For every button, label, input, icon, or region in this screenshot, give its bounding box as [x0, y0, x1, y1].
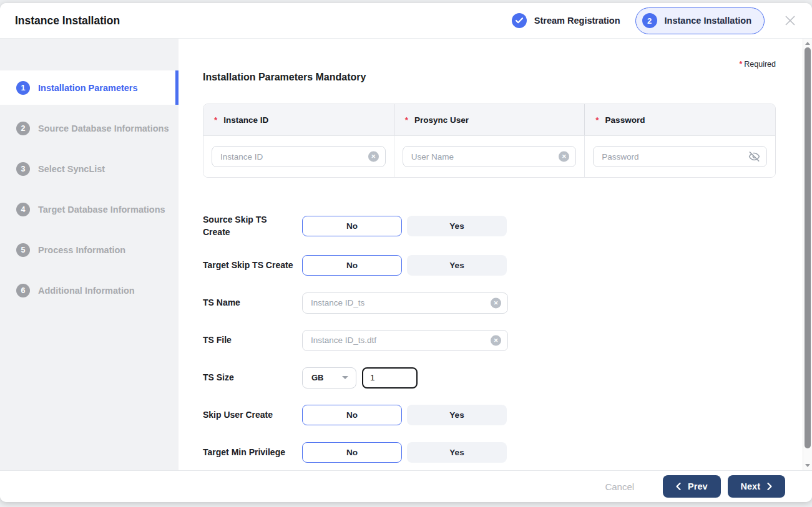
- prosync-user-cell: ✕: [394, 136, 585, 177]
- field-label: Source Skip TS Create: [203, 213, 302, 239]
- row-source-skip-ts-create: Source Skip TS Create No Yes: [203, 213, 776, 239]
- installation-parameters-form: Source Skip TS Create No Yes Target Skip…: [203, 213, 776, 463]
- ts-size-unit-select[interactable]: GB: [302, 367, 356, 389]
- check-icon: [512, 13, 527, 28]
- sidebar-item-target-database-informations[interactable]: 4 Target Database Informations: [0, 192, 179, 226]
- credentials-table: *Instance ID *Prosync User *Password ✕: [203, 104, 776, 178]
- required-text: Required: [744, 60, 776, 69]
- field-label: TS Name: [203, 296, 302, 309]
- eye-off-icon[interactable]: [748, 151, 760, 163]
- step-number-badge: 4: [16, 203, 30, 216]
- clear-icon[interactable]: ✕: [368, 152, 379, 162]
- dialog-header: Instance Installation Stream Registratio…: [0, 3, 812, 39]
- source-skip-ts-create-no-button[interactable]: No: [302, 216, 402, 236]
- stepper-step-label: Instance Installation: [665, 16, 751, 26]
- step-number-badge: 6: [16, 284, 30, 297]
- step-number-badge: 2: [16, 122, 30, 135]
- step-number-badge: 2: [642, 13, 657, 28]
- dialog-title: Instance Installation: [15, 14, 120, 27]
- field-label: Skip User Create: [203, 408, 302, 421]
- sidebar-item-select-synclist[interactable]: 3 Select SyncList: [0, 152, 179, 186]
- field-label: TS File: [203, 334, 302, 346]
- clear-icon[interactable]: ✕: [491, 297, 501, 308]
- clear-icon[interactable]: ✕: [559, 152, 569, 162]
- scrollbar-thumb[interactable]: [805, 47, 811, 448]
- target-skip-ts-create-no-button[interactable]: No: [302, 255, 402, 276]
- password-cell: [585, 136, 775, 177]
- step-content: *Required Installation Parameters Mandat…: [179, 39, 803, 470]
- sidebar-item-label: Process Information: [38, 245, 125, 255]
- field-label: TS Size: [203, 371, 302, 384]
- row-ts-file: TS File ✕: [203, 330, 776, 351]
- instance-id-cell: ✕: [203, 136, 394, 177]
- ts-size-value-input[interactable]: [362, 367, 418, 389]
- step-number-badge: 1: [16, 81, 30, 95]
- row-target-skip-ts-create: Target Skip TS Create No Yes: [203, 255, 776, 276]
- prev-button-label: Prev: [688, 481, 707, 491]
- target-min-privilege-yes-button[interactable]: Yes: [407, 442, 507, 463]
- close-icon[interactable]: [782, 12, 798, 29]
- column-header-password: *Password: [585, 104, 775, 135]
- step-number-badge: 3: [16, 162, 30, 176]
- required-asterisk: *: [214, 115, 217, 125]
- credentials-input-row: ✕ ✕: [203, 136, 775, 177]
- next-button[interactable]: Next: [728, 475, 785, 498]
- column-header-instance-id: *Instance ID: [203, 104, 394, 135]
- target-min-privilege-no-button[interactable]: No: [302, 442, 402, 463]
- chevron-left-icon: [676, 483, 681, 490]
- required-asterisk: *: [595, 115, 599, 125]
- sidebar-item-label: Target Database Informations: [38, 205, 165, 215]
- password-input[interactable]: [593, 146, 767, 167]
- sidebar-item-additional-information[interactable]: 6 Additional Information: [0, 273, 179, 307]
- step-number-badge: 5: [16, 243, 30, 257]
- scroll-down-icon[interactable]: [805, 464, 810, 467]
- row-ts-size: TS Size GB: [203, 367, 776, 389]
- source-skip-ts-create-yes-button[interactable]: Yes: [407, 216, 507, 236]
- instance-id-input[interactable]: [212, 146, 386, 167]
- cancel-button[interactable]: Cancel: [605, 481, 634, 492]
- sidebar-item-process-information[interactable]: 5 Process Information: [0, 233, 179, 267]
- ts-name-input[interactable]: [302, 292, 508, 314]
- chevron-right-icon: [767, 483, 772, 490]
- ts-file-input[interactable]: [302, 330, 508, 351]
- row-skip-user-create: Skip User Create No Yes: [203, 405, 776, 426]
- page-title: Installation Parameters Mandatory: [203, 72, 776, 83]
- selected-unit: GB: [311, 373, 324, 382]
- skip-user-create-no-button[interactable]: No: [302, 405, 402, 425]
- vertical-scrollbar: [803, 39, 812, 470]
- sidebar-item-label: Source Database Informations: [38, 123, 169, 133]
- field-label: Target Skip TS Create: [203, 259, 302, 271]
- row-ts-name: TS Name ✕: [203, 292, 776, 314]
- sidebar-item-label: Select SyncList: [38, 164, 105, 174]
- sidebar-item-label: Additional Information: [38, 286, 135, 296]
- wizard-stepper: Stream Registration 2 Instance Installat…: [512, 7, 798, 34]
- sidebar-item-installation-parameters[interactable]: 1 Installation Parameters: [0, 70, 179, 105]
- column-header-prosync-user: *Prosync User: [394, 104, 585, 135]
- stepper-step-label: Stream Registration: [534, 16, 620, 26]
- next-button-label: Next: [741, 481, 760, 491]
- prev-button[interactable]: Prev: [663, 475, 720, 498]
- credentials-header-row: *Instance ID *Prosync User *Password: [203, 104, 775, 136]
- instance-installation-dialog: Instance Installation Stream Registratio…: [0, 3, 812, 502]
- stepper-step-stream-registration[interactable]: Stream Registration: [512, 13, 620, 28]
- field-label: Target Min Privilege: [203, 446, 302, 458]
- clear-icon[interactable]: ✕: [491, 335, 501, 345]
- target-skip-ts-create-yes-button[interactable]: Yes: [407, 255, 507, 276]
- scroll-up-icon[interactable]: [805, 42, 810, 45]
- required-asterisk: *: [405, 115, 408, 125]
- skip-user-create-yes-button[interactable]: Yes: [407, 405, 507, 425]
- chevron-down-icon: [342, 376, 348, 379]
- sidebar-item-label: Installation Parameters: [38, 83, 138, 93]
- required-note: *Required: [203, 60, 776, 69]
- row-target-min-privilege: Target Min Privilege No Yes: [203, 442, 776, 463]
- dialog-body: 1 Installation Parameters 2 Source Datab…: [0, 39, 812, 470]
- wizard-sidebar: 1 Installation Parameters 2 Source Datab…: [0, 39, 179, 470]
- sidebar-item-source-database-informations[interactable]: 2 Source Database Informations: [0, 111, 179, 145]
- prosync-user-input[interactable]: [403, 146, 577, 167]
- dialog-footer: Cancel Prev Next: [0, 470, 812, 502]
- stepper-step-instance-installation[interactable]: 2 Instance Installation: [635, 7, 765, 34]
- required-asterisk: *: [739, 60, 742, 69]
